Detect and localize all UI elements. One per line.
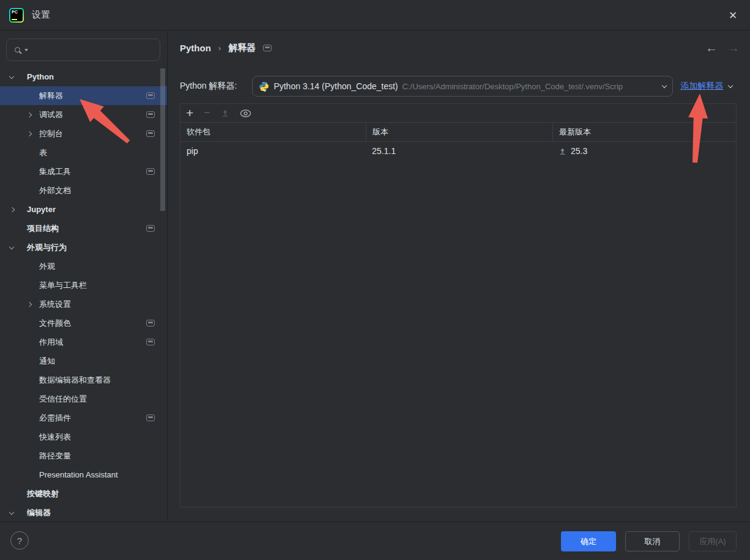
per-project-icon [146, 339, 155, 345]
pycharm-logo-icon: PC [9, 8, 24, 23]
search-input[interactable] [6, 39, 160, 61]
search-icon [15, 47, 20, 53]
per-project-icon [146, 92, 155, 99]
sidebar-item-keymap[interactable]: 按键映射 [0, 484, 168, 503]
sidebar-item-quick-lists[interactable]: 快速列表 [0, 427, 168, 446]
sidebar-item-required-plugins[interactable]: 必需插件 [0, 408, 168, 427]
packages-panel: + − 软件包 版本 最新版本 pip 25.1.1 [180, 103, 737, 507]
close-icon[interactable]: ✕ [721, 3, 745, 28]
upgrade-package-icon[interactable] [221, 109, 229, 117]
sidebar-item-console[interactable]: 控制台 [0, 124, 168, 143]
table-row-pip[interactable]: pip 25.1.1 25.3 [180, 142, 736, 160]
sidebar-item-jupyter[interactable]: Jupyter [0, 200, 168, 219]
remove-package-icon[interactable]: − [204, 107, 210, 118]
sidebar-item-file-colors[interactable]: 文件颜色 [0, 314, 168, 333]
window-title: 设置 [32, 9, 50, 21]
sidebar-item-notifications[interactable]: 通知 [0, 352, 168, 370]
chevron-right-icon[interactable] [10, 207, 15, 212]
sidebar-item-interpreter[interactable]: 解释器 [0, 86, 168, 105]
chevron-down-icon[interactable] [9, 244, 14, 249]
column-header-version: 版本 [366, 123, 552, 141]
sidebar-item-path-variables[interactable]: 路径变量 [0, 446, 168, 465]
sidebar-item-appearance-behavior[interactable]: 外观与行为 [0, 238, 168, 257]
package-name: pip [180, 146, 366, 156]
per-project-icon [146, 414, 155, 421]
sidebar-item-python[interactable]: Python [0, 67, 168, 86]
sidebar-item-system-settings[interactable]: 系统设置 [0, 295, 168, 314]
settings-tree: Python 解释器 调试器 控制台 表 集成工具 外部文档 [0, 67, 168, 521]
chevron-right-icon[interactable] [27, 112, 32, 117]
breadcrumb: Python › 解释器 [180, 42, 272, 54]
sidebar-item-presentation-assistant[interactable]: Presentation Assistant [0, 465, 168, 484]
back-arrow-icon[interactable]: ← [705, 41, 718, 55]
cancel-button[interactable]: 取消 [625, 531, 680, 551]
column-header-latest: 最新版本 [552, 123, 736, 141]
ok-button[interactable]: 确定 [561, 531, 616, 551]
packages-table-header: 软件包 版本 最新版本 [180, 123, 736, 142]
settings-sidebar: Python 解释器 调试器 控制台 表 集成工具 外部文档 [0, 31, 168, 521]
title-bar: PC 设置 ✕ [0, 0, 750, 31]
interpreter-select[interactable]: v Python 3.14 (Python_Code_test) C:/User… [252, 76, 673, 97]
apply-button[interactable]: 应用(A) [689, 531, 737, 551]
package-version: 25.1.1 [366, 146, 552, 156]
sidebar-item-trusted-locations[interactable]: 受信任的位置 [0, 389, 168, 408]
dialog-footer: ? 确定 取消 应用(A) [0, 521, 750, 560]
search-field[interactable] [30, 39, 160, 61]
settings-content: Python › 解释器 ← → Python 解释器: v Python 3.… [168, 31, 750, 521]
per-project-icon [146, 130, 155, 137]
column-header-package: 软件包 [180, 123, 366, 141]
sidebar-item-scopes[interactable]: 作用域 [0, 333, 168, 352]
packages-toolbar: + − [180, 104, 736, 123]
chevron-right-icon[interactable] [27, 131, 32, 136]
add-package-icon[interactable]: + [186, 106, 193, 119]
chevron-down-icon[interactable] [728, 83, 733, 88]
python-icon: v [259, 81, 269, 92]
sidebar-scrollbar[interactable] [160, 68, 165, 211]
forward-arrow-icon[interactable]: → [727, 41, 740, 55]
chevron-down-icon[interactable] [9, 73, 14, 78]
per-project-icon [146, 111, 155, 118]
add-interpreter-link[interactable]: 添加解释器 [680, 81, 723, 92]
sidebar-item-external-docs[interactable]: 外部文档 [0, 181, 168, 200]
interpreter-path: C:/Users/Administrator/Desktop/Python_Co… [403, 82, 656, 91]
sidebar-item-appearance[interactable]: 外观 [0, 257, 168, 276]
interpreter-value: Python 3.14 (Python_Code_test) [273, 81, 398, 91]
sidebar-item-integrated-tools[interactable]: 集成工具 [0, 162, 168, 181]
upgrade-available-icon [559, 147, 566, 155]
sidebar-item-debugger[interactable]: 调试器 [0, 105, 168, 124]
sidebar-item-editor[interactable]: 编辑器 [0, 503, 168, 521]
breadcrumb-interpreter: 解释器 [228, 42, 256, 54]
interpreter-label: Python 解释器: [180, 81, 237, 92]
breadcrumb-python[interactable]: Python [180, 43, 211, 53]
sidebar-item-project-structure[interactable]: 项目结构 [0, 219, 168, 238]
sidebar-item-tables[interactable]: 表 [0, 143, 168, 162]
breadcrumb-separator: › [218, 43, 221, 53]
show-early-releases-eye-icon[interactable] [240, 109, 251, 117]
per-project-icon [263, 45, 272, 51]
sidebar-item-menus-toolbars[interactable]: 菜单与工具栏 [0, 276, 168, 295]
per-project-icon [146, 320, 155, 326]
per-project-icon [146, 168, 155, 175]
per-project-icon [146, 225, 155, 232]
chevron-down-icon[interactable] [662, 83, 667, 88]
chevron-right-icon[interactable] [27, 301, 32, 306]
search-history-chevron-icon[interactable] [24, 49, 28, 51]
chevron-down-icon[interactable] [9, 509, 14, 514]
help-button[interactable]: ? [10, 531, 29, 550]
package-latest-version: 25.3 [571, 146, 587, 156]
sidebar-item-data-editors-viewers[interactable]: 数据编辑器和查看器 [0, 370, 168, 389]
